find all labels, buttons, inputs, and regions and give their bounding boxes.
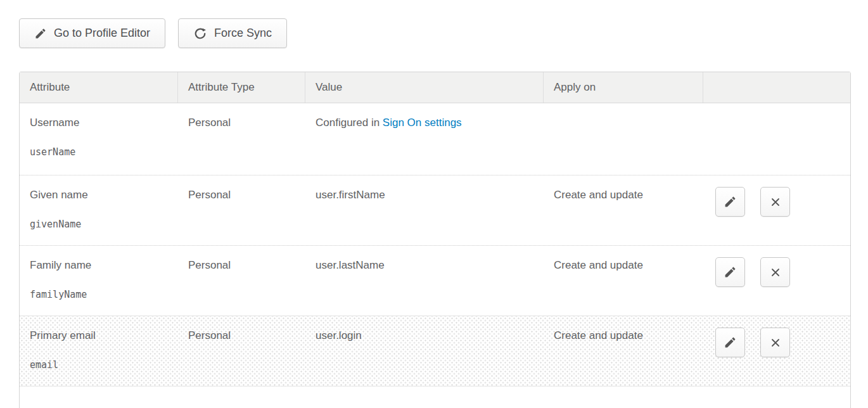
sign-on-settings-link[interactable]: Sign On settings [383,117,462,129]
attribute-type-cell: Personal [178,246,305,316]
actions-cell [703,103,850,175]
header-actions [703,72,850,103]
x-icon [769,196,782,208]
table-row-given-name: Given name givenName Personal user.first… [20,175,850,246]
value-cell: Configured in Sign On settings [305,103,544,175]
edit-attribute-button[interactable] [715,187,745,217]
pencil-icon [724,336,737,349]
attribute-variable-name: givenName [30,219,168,230]
value-cell: user.login [305,316,544,386]
attribute-variable-name: email [30,359,168,371]
attribute-label: Family name [30,259,168,272]
x-icon [769,266,782,279]
attribute-label: Given name [30,189,168,201]
actions-cell [703,316,850,386]
remove-attribute-button[interactable] [760,328,790,357]
header-attribute: Attribute [20,72,178,103]
remove-attribute-button[interactable] [760,187,790,217]
header-apply-on: Apply on [544,72,703,103]
attribute-cell: Username userName [20,103,178,175]
toolbar: Go to Profile Editor Force Sync [19,18,287,48]
attribute-type-cell: Personal [178,103,305,175]
table-row-primary-email: Primary email email Personal user.login … [20,316,850,386]
x-icon [769,336,782,349]
header-value: Value [305,72,544,103]
force-sync-label: Force Sync [214,27,272,40]
go-to-profile-editor-label: Go to Profile Editor [54,27,150,40]
pencil-icon [724,265,737,279]
go-to-profile-editor-button[interactable]: Go to Profile Editor [19,18,165,48]
value-prefix-text: Configured in [316,117,383,129]
attribute-cell: Primary email email [20,316,178,386]
remove-attribute-button[interactable] [760,257,790,287]
attribute-cell: Family name familyName [20,246,178,316]
apply-on-cell: Create and update [544,246,703,316]
apply-on-cell [544,103,703,175]
pencil-icon [724,195,737,208]
apply-on-cell: Create and update [544,316,703,386]
refresh-icon [193,27,207,41]
attribute-type-cell: Personal [178,316,305,386]
table-row-family-name: Family name familyName Personal user.las… [20,246,850,316]
attribute-mapping-table: Attribute Attribute Type Value Apply on … [19,72,851,408]
pencil-icon [34,27,47,40]
value-cell: user.lastName [305,246,544,316]
apply-on-cell: Create and update [544,175,703,245]
actions-cell [703,246,850,316]
attribute-variable-name: familyName [30,289,168,300]
edit-attribute-button[interactable] [715,328,745,357]
table-row-username: Username userName Personal Configured in… [20,103,850,175]
attribute-label: Primary email [30,329,168,342]
table-header-row: Attribute Attribute Type Value Apply on [20,72,850,103]
actions-cell [703,175,850,245]
attribute-type-cell: Personal [178,175,305,245]
edit-attribute-button[interactable] [715,257,745,287]
value-cell: user.firstName [305,175,544,245]
attribute-cell: Given name givenName [20,175,178,245]
attribute-variable-name: userName [30,146,168,158]
attribute-label: Username [30,117,168,129]
header-attribute-type: Attribute Type [178,72,305,103]
force-sync-button[interactable]: Force Sync [178,18,287,48]
